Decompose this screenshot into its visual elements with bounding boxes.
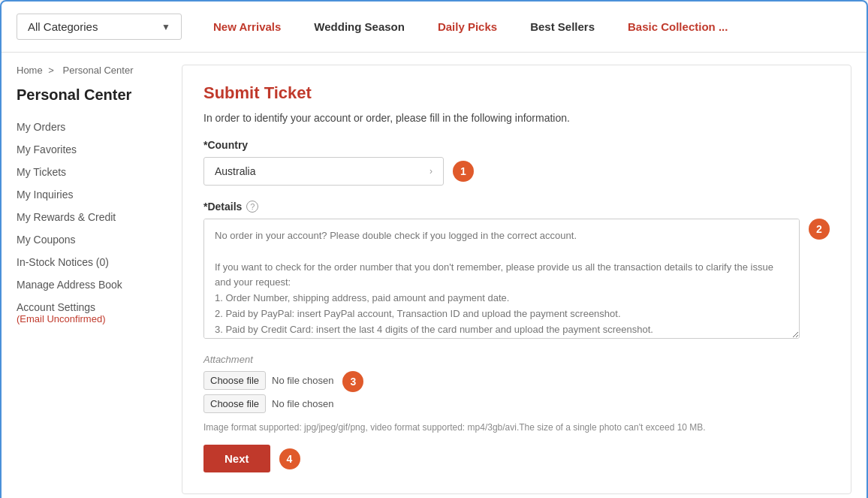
- content-area: Submit Ticket In order to identify your …: [182, 65, 851, 494]
- details-label-row: *Details ?: [203, 201, 830, 213]
- email-unconfirmed-label: (Email Unconfirmed): [17, 313, 167, 324]
- info-icon[interactable]: ?: [246, 201, 258, 213]
- attachment-section: Attachment Choose file No file chosen Ch…: [203, 354, 830, 433]
- page-title: Submit Ticket: [203, 83, 830, 103]
- details-textarea[interactable]: [203, 219, 800, 339]
- choose-file-button-1[interactable]: Choose file: [203, 371, 266, 390]
- sidebar-item-my-coupons[interactable]: My Coupons: [17, 228, 167, 251]
- next-btn-row: Next 4: [203, 445, 830, 472]
- file-input-row-1: Choose file No file chosen: [203, 371, 333, 390]
- sidebar-item-instock-notices[interactable]: In-Stock Notices (0): [17, 251, 167, 273]
- chevron-down-icon: ▼: [161, 22, 170, 32]
- step-badge-4: 4: [279, 448, 300, 469]
- country-select[interactable]: Australia ›: [203, 157, 444, 186]
- nav-link-wedding-season[interactable]: Wedding Season: [297, 20, 421, 33]
- step-badge-2: 2: [809, 219, 830, 240]
- arrow-right-icon: ›: [429, 166, 432, 177]
- step-badge-3: 3: [342, 371, 363, 392]
- attachment-info: Image format supported: jpg/jpeg/gif/png…: [203, 422, 830, 433]
- breadcrumb-home[interactable]: Home: [17, 65, 43, 76]
- country-field-row: Australia › 1: [203, 157, 830, 186]
- main-layout: Home > Personal Center Personal Center M…: [2, 53, 866, 498]
- all-categories-label: All Categories: [28, 20, 98, 33]
- sidebar-item-my-orders[interactable]: My Orders: [17, 116, 167, 138]
- nav-link-new-arrivals[interactable]: New Arrivals: [197, 20, 297, 33]
- sidebar-item-account-settings[interactable]: Account Settings (Email Unconfirmed): [17, 296, 167, 330]
- main-nav: New Arrivals Wedding Season Daily Picks …: [197, 20, 851, 33]
- attachment-files: Choose file No file chosen Choose file N…: [203, 371, 333, 418]
- file-status-2: No file chosen: [272, 398, 333, 409]
- sidebar-item-rewards-credit[interactable]: My Rewards & Credit: [17, 206, 167, 228]
- sidebar-item-manage-address[interactable]: Manage Address Book: [17, 273, 167, 296]
- sidebar: Home > Personal Center Personal Center M…: [17, 65, 167, 494]
- all-categories-button[interactable]: All Categories ▼: [17, 14, 182, 40]
- details-label: *Details: [203, 201, 242, 213]
- country-value: Australia: [215, 165, 255, 177]
- nav-link-daily-picks[interactable]: Daily Picks: [421, 20, 514, 33]
- sidebar-menu: My Orders My Favorites My Tickets My Inq…: [17, 116, 167, 330]
- step-badge-1: 1: [453, 161, 474, 182]
- attachment-label: Attachment: [203, 354, 830, 365]
- sidebar-item-my-tickets[interactable]: My Tickets: [17, 161, 167, 183]
- breadcrumb-current: Personal Center: [63, 65, 134, 76]
- country-label: *Country: [203, 139, 830, 151]
- next-button[interactable]: Next: [203, 445, 270, 472]
- file-status-1: No file chosen: [272, 375, 333, 386]
- sidebar-item-my-inquiries[interactable]: My Inquiries: [17, 183, 167, 206]
- header: All Categories ▼ New Arrivals Wedding Se…: [2, 2, 866, 53]
- breadcrumb-separator: >: [48, 65, 54, 76]
- sidebar-item-my-favorites[interactable]: My Favorites: [17, 138, 167, 161]
- form-description: In order to identify your account or ord…: [203, 112, 830, 124]
- choose-file-button-2[interactable]: Choose file: [203, 394, 266, 413]
- breadcrumb: Home > Personal Center: [17, 65, 167, 76]
- details-field-row: 2: [203, 219, 830, 339]
- attachment-rows: Choose file No file chosen Choose file N…: [203, 371, 830, 418]
- file-input-row-2: Choose file No file chosen: [203, 394, 333, 413]
- nav-link-basic-collection[interactable]: Basic Collection ...: [611, 20, 744, 33]
- sidebar-title: Personal Center: [17, 86, 167, 104]
- nav-link-best-sellers[interactable]: Best Sellers: [514, 20, 611, 33]
